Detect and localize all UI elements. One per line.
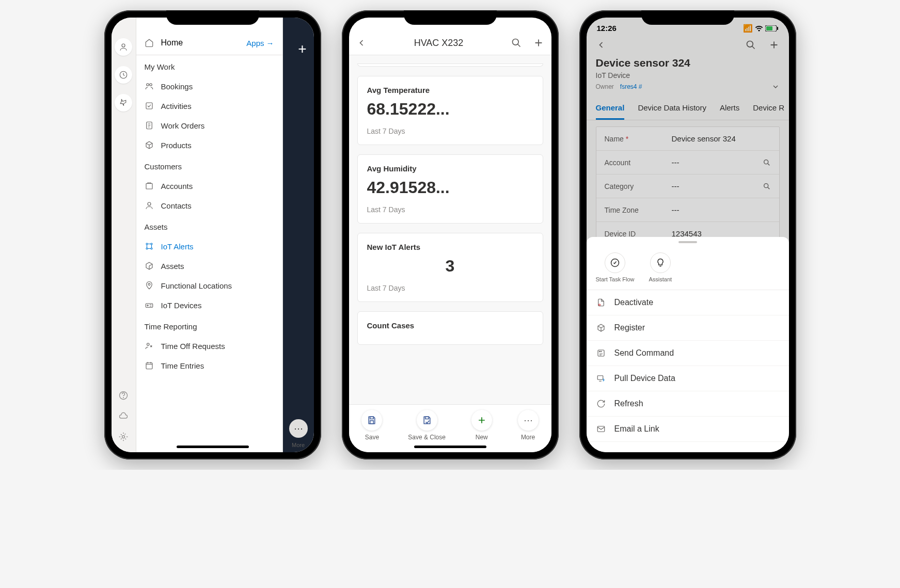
card-label: New IoT Alerts xyxy=(367,243,533,251)
field-account[interactable]: Account--- xyxy=(596,151,779,174)
card-value: 68.15222... xyxy=(367,100,533,119)
action-register[interactable]: Register xyxy=(587,315,789,341)
card-edge xyxy=(357,63,543,67)
owner-label: Owner xyxy=(596,83,614,90)
page-title: HVAC X232 xyxy=(414,38,464,49)
svg-rect-19 xyxy=(146,363,152,369)
svg-point-15 xyxy=(148,283,150,285)
tabs: General Device Data History Alerts Devic… xyxy=(587,97,789,120)
battery-icon xyxy=(765,25,779,31)
gear-icon[interactable] xyxy=(118,432,129,442)
iot-alerts-icon xyxy=(145,242,154,251)
action-deactivate[interactable]: Deactivate xyxy=(587,290,789,315)
nav-time-entries[interactable]: Time Entries xyxy=(136,356,282,375)
apps-link[interactable]: Apps→ xyxy=(246,39,274,47)
nav-accounts[interactable]: Accounts xyxy=(136,176,282,196)
card-avg-temperature[interactable]: Avg Temperature 68.15222... Last 7 Days xyxy=(357,76,543,145)
card-new-iot-alerts[interactable]: New IoT Alerts 3 Last 7 Days xyxy=(357,233,543,302)
help-icon[interactable] xyxy=(118,390,129,401)
plus-icon[interactable] xyxy=(768,39,780,51)
send-command-icon xyxy=(596,348,606,358)
nav-assets[interactable]: Assets xyxy=(136,256,282,276)
card-period: Last 7 Days xyxy=(367,284,533,292)
back-button[interactable] xyxy=(596,40,606,50)
tab-general[interactable]: General xyxy=(596,97,625,120)
phone-frame-1: Home Apps→ My Work Bookings Activities W… xyxy=(104,10,321,459)
card-value: 3 xyxy=(367,257,533,276)
card-label: Avg Humidity xyxy=(367,164,533,173)
signal-icon: 📶 xyxy=(743,24,753,33)
svg-point-33 xyxy=(599,351,600,352)
plus-icon[interactable] xyxy=(533,37,544,49)
card-count-cases[interactable]: Count Cases xyxy=(357,311,543,345)
more-button[interactable]: ⋯More xyxy=(518,410,539,441)
sheet-handle[interactable] xyxy=(678,241,697,243)
screen-1: Home Apps→ My Work Bookings Activities W… xyxy=(112,18,314,452)
nav-iot-devices[interactable]: IoT Devices xyxy=(136,295,282,315)
user-icon[interactable] xyxy=(115,38,132,56)
nav-functional-locations[interactable]: Functional Locations xyxy=(136,276,282,295)
new-icon xyxy=(471,410,492,431)
start-task-flow-button[interactable]: Start Task Flow xyxy=(596,252,635,282)
plus-icon[interactable]: + xyxy=(298,41,306,57)
nav-bookings[interactable]: Bookings xyxy=(136,76,282,96)
refresh-icon xyxy=(596,399,606,409)
tab-device-data-history[interactable]: Device Data History xyxy=(638,97,706,120)
save-button[interactable]: Save xyxy=(361,410,382,441)
section-assets: Assets xyxy=(136,215,282,236)
action-refresh[interactable]: Refresh xyxy=(587,391,789,417)
nav-activities[interactable]: Activities xyxy=(136,96,282,116)
tab-device-r[interactable]: Device R xyxy=(753,97,784,120)
svg-point-17 xyxy=(147,305,148,306)
owner-row[interactable]: Owner fsres4 # xyxy=(587,80,789,97)
tab-alerts[interactable]: Alerts xyxy=(720,97,739,120)
svg-rect-21 xyxy=(370,417,374,419)
home-label: Home xyxy=(161,38,183,47)
sidebar-home-row[interactable]: Home Apps→ xyxy=(136,18,282,55)
time-off-icon xyxy=(145,341,154,351)
home-indicator[interactable] xyxy=(414,446,486,448)
nav-time-off[interactable]: Time Off Requests xyxy=(136,336,282,356)
svg-point-10 xyxy=(148,202,151,205)
status-bar: 12:26 📶 xyxy=(587,18,789,35)
more-label: More xyxy=(292,442,305,448)
more-button[interactable]: ⋯ xyxy=(289,419,308,438)
home-icon xyxy=(145,38,154,47)
action-pull-device-data[interactable]: Pull Device Data xyxy=(587,366,789,391)
card-avg-humidity[interactable]: Avg Humidity 42.91528... Last 7 Days xyxy=(357,154,543,224)
lookup-icon[interactable] xyxy=(763,158,771,167)
new-button[interactable]: New xyxy=(471,410,492,441)
cloud-icon[interactable] xyxy=(118,411,129,421)
nav-iot-alerts[interactable]: IoT Alerts xyxy=(136,236,282,256)
svg-point-12 xyxy=(151,243,152,245)
svg-rect-16 xyxy=(146,304,153,308)
nav-work-orders[interactable]: Work Orders xyxy=(136,116,282,135)
background-panel: + ⋯ More xyxy=(283,18,314,452)
phone-frame-3: 12:26 📶 Device sensor 324 IoT Device Own… xyxy=(579,10,796,459)
action-email-link[interactable]: Email a Link xyxy=(587,417,789,442)
svg-point-29 xyxy=(764,183,768,187)
save-close-button[interactable]: Save & Close xyxy=(408,410,446,441)
svg-point-0 xyxy=(122,44,125,47)
pin-icon[interactable] xyxy=(115,94,132,112)
sidebar-nav: Home Apps→ My Work Bookings Activities W… xyxy=(136,18,283,452)
assistant-button[interactable]: Assistant xyxy=(649,252,672,282)
svg-rect-25 xyxy=(766,26,772,30)
field-time-zone[interactable]: Time Zone--- xyxy=(596,198,779,222)
field-name[interactable]: Name*Device sensor 324 xyxy=(596,127,779,151)
chevron-down-icon[interactable] xyxy=(771,83,780,91)
search-icon[interactable] xyxy=(746,40,756,50)
nav-contacts[interactable]: Contacts xyxy=(136,196,282,215)
lookup-icon[interactable] xyxy=(763,182,771,190)
deactivate-icon xyxy=(596,297,606,308)
card-body[interactable]: Avg Temperature 68.15222... Last 7 Days … xyxy=(349,55,551,422)
owner-value: fsres4 # xyxy=(620,83,642,90)
clock-icon[interactable] xyxy=(115,66,132,84)
phone-frame-2: HVAC X232 Avg Temperature 68.15222... La… xyxy=(342,10,559,459)
nav-products[interactable]: Products xyxy=(136,135,282,155)
back-button[interactable] xyxy=(356,38,367,48)
home-indicator[interactable] xyxy=(177,446,249,448)
action-send-command[interactable]: Send Command xyxy=(587,341,789,366)
search-icon[interactable] xyxy=(511,38,522,48)
field-category[interactable]: Category--- xyxy=(596,174,779,198)
